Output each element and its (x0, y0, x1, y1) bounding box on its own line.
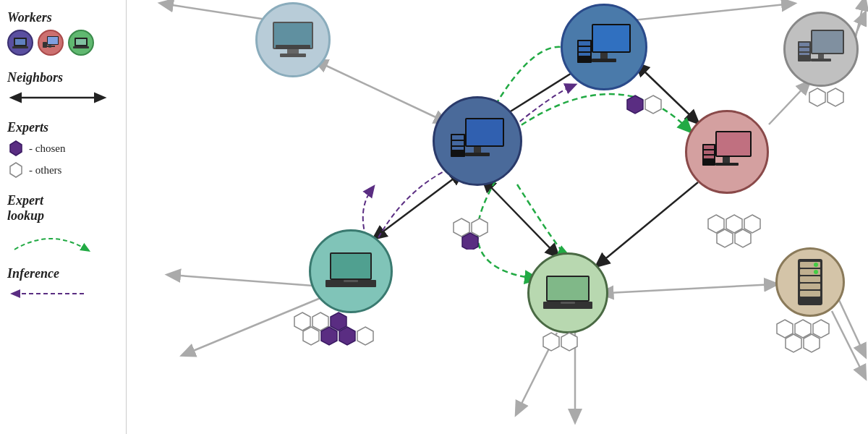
node-desktop-gray (783, 12, 859, 87)
svg-marker-84 (357, 327, 373, 345)
svg-marker-91 (813, 320, 829, 338)
svg-marker-73 (708, 215, 724, 233)
svg-rect-58 (799, 48, 809, 51)
svg-rect-25 (452, 135, 464, 140)
svg-rect-49 (548, 277, 588, 300)
svg-marker-85 (543, 333, 559, 351)
hexes-n3 (624, 94, 675, 119)
svg-rect-26 (452, 141, 464, 145)
svg-rect-17 (287, 49, 299, 54)
workers-icons (7, 30, 119, 56)
svg-rect-33 (579, 41, 590, 46)
svg-rect-16 (274, 23, 312, 48)
node-desktop-pink (685, 110, 769, 194)
svg-marker-93 (804, 334, 820, 352)
svg-marker-74 (726, 215, 742, 233)
svg-rect-19 (276, 45, 310, 49)
svg-rect-57 (799, 43, 809, 46)
svg-marker-81 (303, 327, 319, 345)
svg-rect-35 (579, 53, 590, 56)
svg-marker-90 (795, 320, 811, 338)
svg-rect-47 (344, 280, 358, 282)
svg-marker-87 (809, 88, 825, 106)
edge-n5-out2 (170, 275, 313, 286)
others-row: - others (7, 161, 119, 179)
svg-rect-51 (561, 302, 575, 304)
node-server-tan (775, 247, 845, 317)
svg-rect-18 (280, 54, 306, 57)
worker-icon-1 (7, 30, 33, 56)
svg-marker-70 (454, 218, 469, 237)
hexes-n4 (705, 213, 778, 253)
neighbors-label: Neighbors (7, 70, 119, 85)
svg-marker-78 (294, 312, 310, 331)
node-laptop-green (527, 252, 608, 333)
svg-rect-38 (723, 157, 730, 163)
svg-marker-77 (735, 229, 751, 247)
svg-marker-71 (472, 218, 488, 237)
svg-rect-59 (799, 53, 809, 55)
svg-marker-13 (10, 163, 22, 177)
edge-n2-n5 (375, 176, 456, 237)
node-desktop-old (255, 2, 331, 77)
workers-label: Workers (7, 10, 119, 25)
neighbors-arrow (7, 90, 109, 106)
svg-rect-1 (15, 39, 25, 45)
svg-rect-31 (592, 59, 616, 62)
worker-icon-3 (68, 30, 94, 56)
hexes-n2 (451, 217, 509, 250)
svg-marker-76 (717, 229, 733, 247)
svg-rect-6 (46, 46, 55, 47)
svg-rect-23 (465, 153, 490, 156)
svg-rect-7 (43, 42, 47, 48)
chosen-row: - chosen (7, 140, 119, 157)
svg-marker-89 (777, 320, 793, 338)
legend-panel: Workers Neighbors Experts (0, 0, 127, 434)
svg-marker-72 (462, 233, 478, 250)
expert-lookup-arrow (7, 228, 94, 253)
others-label: - others (29, 164, 61, 176)
svg-rect-65 (800, 291, 820, 297)
inference-label: Inference (7, 266, 119, 281)
purple-arc-n2-n3 (514, 85, 574, 127)
diagram-area (127, 0, 868, 434)
chosen-hex-icon (7, 140, 25, 157)
inference-arrow (7, 286, 94, 302)
node-laptop-teal (309, 229, 393, 313)
svg-rect-41 (704, 145, 714, 149)
edge-n1-n2 (322, 64, 445, 122)
svg-rect-9 (76, 39, 86, 45)
svg-marker-79 (312, 312, 328, 331)
svg-marker-69 (645, 95, 661, 114)
svg-rect-27 (452, 147, 464, 150)
svg-rect-54 (818, 54, 824, 59)
svg-rect-21 (467, 119, 503, 145)
expert-lookup-label: Expertlookup (7, 193, 119, 224)
svg-rect-64 (800, 284, 820, 289)
svg-rect-22 (474, 147, 481, 153)
svg-rect-10 (73, 46, 89, 48)
svg-rect-63 (800, 276, 820, 282)
svg-rect-29 (593, 25, 629, 51)
svg-point-66 (814, 263, 818, 267)
hexes-n8 (774, 318, 868, 373)
edge-n1-out1 (163, 4, 271, 20)
svg-marker-88 (827, 88, 843, 106)
hexes-n5 (292, 311, 393, 365)
svg-marker-12 (10, 141, 22, 156)
edge-n3-out (633, 4, 792, 20)
svg-marker-80 (331, 312, 346, 331)
svg-rect-43 (704, 156, 714, 158)
svg-rect-30 (600, 53, 608, 59)
chosen-label: - chosen (29, 142, 65, 155)
experts-label: Experts (7, 120, 119, 135)
svg-rect-45 (331, 254, 370, 278)
svg-rect-2 (12, 46, 28, 48)
svg-marker-75 (744, 215, 760, 233)
svg-rect-55 (811, 59, 831, 61)
hexes-n6 (540, 331, 598, 360)
node-desktop-tower-blue (561, 4, 647, 90)
svg-rect-39 (715, 163, 739, 166)
edge-n4-n7 (769, 83, 808, 124)
svg-rect-37 (717, 132, 750, 156)
